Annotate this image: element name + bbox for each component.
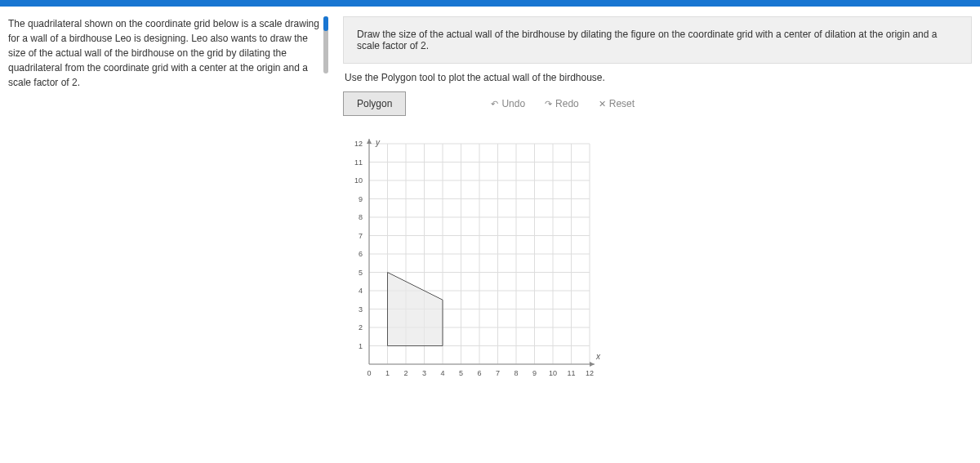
main-content: The quadrilateral shown on the coordinat… bbox=[0, 7, 980, 381]
svg-text:8: 8 bbox=[359, 213, 363, 221]
sub-instruction: Use the Polygon tool to plot the actual … bbox=[343, 72, 972, 83]
svg-marker-28 bbox=[590, 362, 595, 367]
undo-label: Undo bbox=[501, 98, 525, 109]
svg-text:6: 6 bbox=[477, 369, 481, 377]
svg-text:0: 0 bbox=[367, 369, 371, 377]
reset-button[interactable]: ✕ Reset bbox=[599, 98, 635, 109]
svg-text:11: 11 bbox=[567, 369, 575, 377]
coordinate-grid[interactable]: 0123456789101112123456789101112xy bbox=[345, 127, 606, 381]
svg-text:8: 8 bbox=[514, 369, 518, 377]
redo-label: Redo bbox=[555, 98, 579, 109]
svg-text:y: y bbox=[375, 138, 381, 147]
grid-svg: 0123456789101112123456789101112xy bbox=[345, 127, 606, 381]
redo-button[interactable]: ↷ Redo bbox=[545, 98, 579, 109]
scrollbar-indicator[interactable] bbox=[323, 16, 328, 73]
left-panel: The quadrilateral shown on the coordinat… bbox=[8, 16, 328, 381]
instruction-box: Draw the size of the actual wall of the … bbox=[343, 16, 972, 64]
svg-text:7: 7 bbox=[496, 369, 500, 377]
svg-text:9: 9 bbox=[359, 195, 363, 203]
svg-text:7: 7 bbox=[359, 232, 363, 240]
undo-button[interactable]: ↶ Undo bbox=[491, 98, 525, 109]
svg-text:3: 3 bbox=[359, 305, 363, 314]
reset-icon: ✕ bbox=[599, 99, 606, 109]
svg-text:12: 12 bbox=[354, 140, 363, 148]
svg-text:x: x bbox=[595, 352, 601, 361]
right-panel: Draw the size of the actual wall of the … bbox=[343, 16, 972, 381]
svg-text:10: 10 bbox=[549, 369, 557, 377]
undo-icon: ↶ bbox=[491, 99, 498, 109]
svg-text:5: 5 bbox=[359, 269, 363, 277]
svg-marker-57 bbox=[388, 273, 443, 346]
app-top-bar bbox=[0, 0, 980, 7]
redo-icon: ↷ bbox=[545, 99, 552, 109]
svg-text:12: 12 bbox=[586, 369, 594, 377]
svg-text:10: 10 bbox=[354, 176, 363, 185]
svg-text:4: 4 bbox=[359, 287, 363, 295]
svg-text:2: 2 bbox=[403, 369, 408, 377]
svg-text:9: 9 bbox=[532, 369, 537, 377]
svg-text:3: 3 bbox=[422, 369, 426, 377]
svg-text:11: 11 bbox=[354, 158, 363, 167]
svg-text:2: 2 bbox=[359, 323, 363, 332]
reset-label: Reset bbox=[609, 98, 635, 109]
svg-text:1: 1 bbox=[385, 369, 390, 377]
svg-text:5: 5 bbox=[459, 369, 463, 377]
polygon-button[interactable]: Polygon bbox=[343, 91, 406, 116]
svg-marker-29 bbox=[367, 139, 372, 144]
svg-text:4: 4 bbox=[440, 369, 444, 377]
svg-text:6: 6 bbox=[359, 250, 363, 258]
problem-text: The quadrilateral shown on the coordinat… bbox=[8, 16, 328, 90]
grid-toolbar: Polygon ↶ Undo ↷ Redo ✕ Reset bbox=[343, 91, 972, 116]
svg-text:1: 1 bbox=[359, 342, 363, 350]
